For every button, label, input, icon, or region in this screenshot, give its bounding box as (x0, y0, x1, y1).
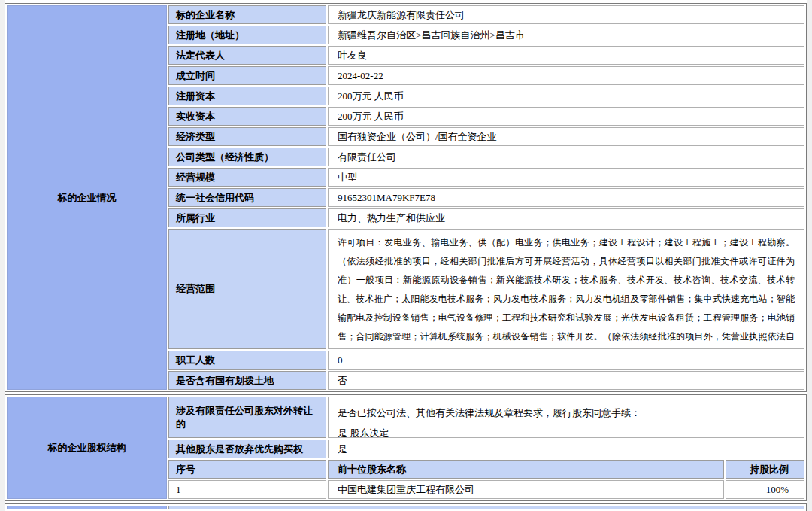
table-row-business-scope: 经营范围 许可项目：发电业务、输电业务、供（配）电业务；供电业务；建设工程设计；… (168, 229, 804, 349)
field-label: 经营规模 (168, 168, 326, 187)
field-value: 200万元 人民币 (328, 107, 804, 126)
field-label: 经济类型 (168, 127, 326, 146)
field-value: 是 (328, 440, 804, 458)
table-row: 法定代表人 叶友良 (168, 46, 804, 65)
field-label: 是否含有国有划拨土地 (168, 371, 326, 390)
section-title: 标的企业股权结构 (7, 397, 167, 499)
next-section-partial (5, 503, 807, 511)
field-value: 叶友良 (328, 46, 804, 65)
shareholder-ratio: 100% (726, 480, 804, 499)
column-header-index: 序号 (168, 460, 326, 479)
table-row: 所属行业 电力、热力生产和供应业 (168, 208, 804, 227)
shareholder-row: 1 中国电建集团重庆工程有限公司 100% (168, 480, 804, 499)
section-title: 标的企业情况 (7, 5, 167, 390)
column-header-ratio: 持股比例 (726, 460, 804, 479)
field-value: 0 (328, 351, 804, 370)
field-label: 实收资本 (168, 107, 326, 126)
table-row: 标的企业名称 新疆龙庆新能源有限责任公司 (168, 5, 804, 24)
table-row: 经济类型 国有独资企业（公司）/国有全资企业 (168, 127, 804, 146)
section-rows: 涉及有限责任公司股东对外转让的 是否已按公司法、其他有关法律法规及章程要求，履行… (168, 397, 804, 499)
page-right-margin (807, 0, 812, 511)
table-row: 注册地（地址） 新疆维吾尔自治区>昌吉回族自治州>昌吉市 (168, 26, 804, 44)
field-label: 职工人数 (168, 351, 326, 370)
section-equity-structure: 标的企业股权结构 涉及有限责任公司股东对外转让的 是否已按公司法、其他有关法律法… (5, 394, 807, 501)
field-value: 是否已按公司法、其他有关法律法规及章程要求，履行股东同意手续： 是 股东决定 (328, 397, 804, 438)
field-value-line: 是否已按公司法、其他有关法律法规及章程要求，履行股东同意手续： (338, 403, 795, 423)
table-row: 成立时间 2024-02-22 (168, 66, 804, 85)
field-value: 2024-02-22 (328, 66, 804, 85)
field-label: 标的企业名称 (168, 5, 326, 24)
column-header-name: 前十位股东名称 (328, 460, 724, 479)
field-value: 国有独资企业（公司）/国有全资企业 (328, 127, 804, 146)
table-row: 公司类型（经济性质） 有限责任公司 (168, 148, 804, 166)
table-row: 经营规模 中型 (168, 168, 804, 187)
field-label: 经营范围 (168, 229, 326, 349)
field-label: 注册地（地址） (168, 26, 326, 44)
table-row: 统一社会信用代码 91652301MA79KF7E78 (168, 188, 804, 207)
field-value: 200万元 人民币 (328, 87, 804, 105)
field-value: 新疆龙庆新能源有限责任公司 (328, 5, 804, 24)
field-value: 中型 (328, 168, 804, 187)
table-row: 涉及有限责任公司股东对外转让的 是否已按公司法、其他有关法律法规及章程要求，履行… (168, 397, 804, 438)
next-section-title-cell (7, 506, 167, 509)
field-label: 其他股东是否放弃优先购买权 (168, 440, 326, 458)
next-section-label-cell (168, 506, 804, 509)
table-row: 注册资本 200万元 人民币 (168, 87, 804, 105)
section-rows: 标的企业名称 新疆龙庆新能源有限责任公司 注册地（地址） 新疆维吾尔自治区>昌吉… (168, 5, 804, 390)
field-label: 法定代表人 (168, 46, 326, 65)
field-label: 涉及有限责任公司股东对外转让的 (168, 397, 326, 438)
table-row: 是否含有国有划拨土地 否 (168, 371, 804, 390)
table-row: 职工人数 0 (168, 351, 804, 370)
enterprise-info-table: 标的企业情况 标的企业名称 新疆龙庆新能源有限责任公司 注册地（地址） 新疆维吾… (5, 3, 807, 511)
field-value: 新疆维吾尔自治区>昌吉回族自治州>昌吉市 (328, 26, 804, 44)
section-enterprise-profile: 标的企业情况 标的企业名称 新疆龙庆新能源有限责任公司 注册地（地址） 新疆维吾… (5, 3, 807, 392)
table-row: 实收资本 200万元 人民币 (168, 107, 804, 126)
field-value: 否 (328, 371, 804, 390)
field-label: 成立时间 (168, 66, 326, 85)
shareholder-header-row: 序号 前十位股东名称 持股比例 (168, 460, 804, 479)
field-label: 统一社会信用代码 (168, 188, 326, 207)
field-value: 电力、热力生产和供应业 (328, 208, 804, 227)
field-value: 91652301MA79KF7E78 (328, 188, 804, 207)
field-value-line: 是 股东决定 (338, 423, 795, 438)
field-value: 许可项目：发电业务、输电业务、供（配）电业务；供电业务；建设工程设计；建设工程施… (328, 229, 804, 349)
shareholder-index: 1 (168, 480, 326, 499)
shareholder-name: 中国电建集团重庆工程有限公司 (328, 480, 724, 499)
table-row: 其他股东是否放弃优先购买权 是 (168, 440, 804, 458)
field-value: 有限责任公司 (328, 148, 804, 166)
field-label: 公司类型（经济性质） (168, 148, 326, 166)
field-label: 所属行业 (168, 208, 326, 227)
field-label: 注册资本 (168, 87, 326, 105)
